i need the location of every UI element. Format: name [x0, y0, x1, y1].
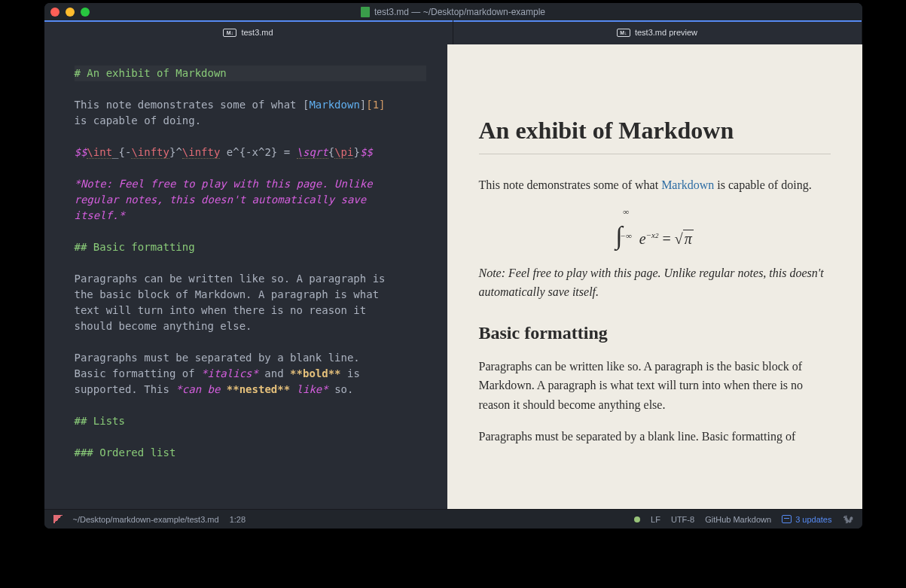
- markdown-file-icon: [361, 7, 370, 17]
- preview-h2: Basic formatting: [479, 323, 831, 343]
- markdown-badge-icon: M↓: [223, 29, 236, 37]
- markdown-preview[interactable]: An exhibit of Markdown This note demonst…: [447, 44, 862, 509]
- status-bar: ~/Desktop/markdown-example/test3.md 1:28…: [44, 509, 862, 529]
- editor-italic-note: *Note: Feel free to play with this page.…: [75, 178, 373, 221]
- window-title: test3.md — ~/Desktop/markdown-example: [44, 7, 862, 17]
- editor-bold: **bold**: [290, 367, 340, 379]
- window-title-text: test3.md — ~/Desktop/markdown-example: [374, 7, 545, 17]
- status-cursor-position[interactable]: 1:28: [230, 515, 246, 524]
- editor-link-text: Markdown: [309, 99, 359, 111]
- tab-source[interactable]: M↓ test3.md: [44, 20, 453, 44]
- maximize-window-button[interactable]: [81, 8, 90, 17]
- preview-paragraph: Paragraphs must be separated by a blank …: [479, 427, 831, 446]
- editor-paragraph: Paragraphs can be written like so. A par…: [75, 273, 386, 332]
- editor-link-ref: [1]: [366, 99, 385, 111]
- status-updates[interactable]: 3 updates: [782, 515, 831, 524]
- preview-paragraph: This note demonstrates some of what Mark…: [479, 175, 831, 195]
- editor-window: test3.md — ~/Desktop/markdown-example M↓…: [44, 3, 862, 529]
- tab-label: test3.md: [241, 28, 273, 37]
- preview-paragraph: Paragraphs can be written like so. A par…: [479, 357, 831, 415]
- split-view: # An exhibit of Markdown This note demon…: [44, 44, 862, 509]
- minimize-window-button[interactable]: [66, 8, 75, 17]
- math-command: \int: [87, 146, 112, 159]
- preview-h1: An exhibit of Markdown: [479, 117, 831, 154]
- status-grammar[interactable]: GitHub Markdown: [705, 515, 771, 524]
- preview-math: ∫∞−∞ e−x2 = √π: [479, 207, 831, 250]
- source-editor[interactable]: # An exhibit of Markdown This note demon…: [44, 44, 447, 509]
- editor-heading: # An exhibit of Markdown: [75, 67, 227, 79]
- markdown-badge-icon: M↓: [617, 29, 630, 37]
- window-controls: [50, 8, 90, 17]
- close-window-button[interactable]: [50, 8, 59, 17]
- titlebar: test3.md — ~/Desktop/markdown-example: [44, 3, 862, 20]
- tab-label: test3.md preview: [635, 28, 697, 37]
- project-icon[interactable]: [53, 515, 63, 524]
- editor-heading: ## Basic formatting: [75, 241, 195, 253]
- status-line-ending[interactable]: LF: [651, 515, 660, 524]
- preview-note: Note: Feel free to play with this page. …: [479, 264, 831, 302]
- status-encoding[interactable]: UTF-8: [671, 515, 694, 524]
- editor-heading: ## Lists: [75, 415, 125, 427]
- tab-bar: M↓ test3.md M↓ test3.md preview: [44, 20, 862, 44]
- git-status-icon[interactable]: [634, 516, 640, 522]
- status-filepath[interactable]: ~/Desktop/markdown-example/test3.md: [73, 515, 219, 524]
- editor-italic: *italics*: [201, 367, 258, 379]
- editor-heading: ### Ordered list: [75, 446, 176, 459]
- package-icon: [782, 515, 792, 523]
- editor-text: This note demonstrates some of what: [75, 99, 303, 111]
- math-delimiter: $$: [75, 146, 87, 158]
- tab-preview[interactable]: M↓ test3.md preview: [453, 20, 862, 44]
- preview-link[interactable]: Markdown: [661, 178, 714, 191]
- release-notes-icon[interactable]: 🐿: [843, 513, 853, 526]
